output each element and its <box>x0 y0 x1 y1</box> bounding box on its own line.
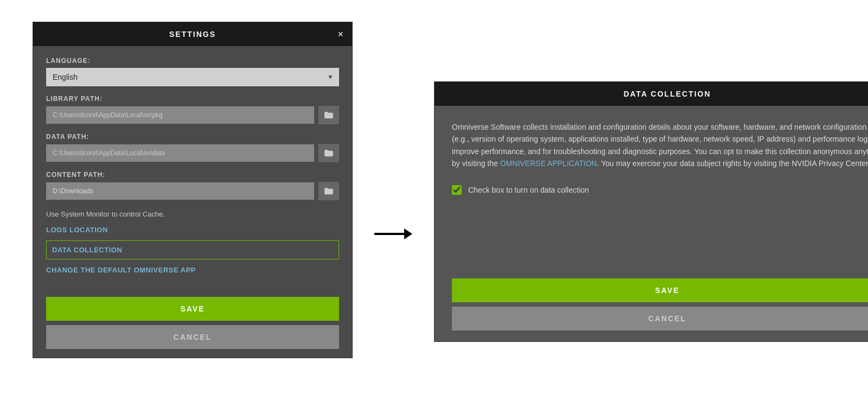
data-path-input[interactable] <box>46 144 314 162</box>
content-path-folder-button[interactable] <box>318 182 339 200</box>
settings-dialog: SETTINGS × LANGUAGE: English French Germ… <box>33 22 353 358</box>
data-path-label: DATA PATH: <box>46 133 339 141</box>
settings-header: SETTINGS × <box>33 22 352 46</box>
language-select[interactable]: English French German Spanish Japanese C… <box>46 68 339 86</box>
library-path-input[interactable] <box>46 106 314 124</box>
data-path-folder-button[interactable] <box>318 144 339 162</box>
change-default-app-link[interactable]: CHANGE THE DEFAULT OMNIVERSE APP <box>46 260 339 279</box>
settings-close-button[interactable]: × <box>337 29 343 39</box>
library-path-row <box>46 106 339 124</box>
logs-location-link[interactable]: LOGS LOCATION <box>46 220 339 239</box>
data-path-row <box>46 144 339 162</box>
data-collection-cancel-button[interactable]: CANCEL <box>452 307 868 331</box>
folder-icon <box>324 187 334 195</box>
settings-save-button[interactable]: SAVE <box>46 297 339 321</box>
dc-description-part2: . You may exercise your data subject rig… <box>597 159 868 168</box>
omniverse-application-link[interactable]: OMNIVERSE APPLICATION <box>500 159 597 168</box>
arrow-container <box>374 226 412 242</box>
data-collection-footer: SAVE CANCEL <box>435 272 868 341</box>
folder-icon <box>324 149 334 157</box>
data-collection-dialog: DATA COLLECTION × Omniverse Software col… <box>434 81 868 342</box>
content-path-label: CONTENT PATH: <box>46 171 339 179</box>
arrow-icon <box>374 226 412 242</box>
content-path-row <box>46 182 339 200</box>
library-path-folder-button[interactable] <box>318 106 339 124</box>
data-collection-checkbox-row: Check box to turn on data collection <box>452 185 868 195</box>
data-collection-save-button[interactable]: SAVE <box>452 278 868 302</box>
folder-icon <box>324 111 334 119</box>
svg-marker-1 <box>404 228 412 239</box>
data-collection-link[interactable]: DATA COLLECTION <box>46 240 339 259</box>
data-collection-title: DATA COLLECTION <box>623 90 711 98</box>
data-collection-header: DATA COLLECTION × <box>435 82 868 106</box>
content-path-input[interactable] <box>46 182 314 200</box>
settings-body: LANGUAGE: English French German Spanish … <box>33 46 352 290</box>
settings-title: SETTINGS <box>169 30 216 39</box>
data-collection-body: Omniverse Software collects installation… <box>435 106 868 272</box>
settings-cancel-button[interactable]: CANCEL <box>46 325 339 349</box>
library-path-label: LIBRARY PATH: <box>46 95 339 103</box>
language-label: LANGUAGE: <box>46 57 339 65</box>
data-collection-checkbox[interactable] <box>452 185 462 195</box>
settings-footer: SAVE CANCEL <box>33 290 352 358</box>
cache-note: Use System Monitor to control Cache. <box>46 210 339 218</box>
data-collection-checkbox-label: Check box to turn on data collection <box>468 186 589 194</box>
language-select-wrapper: English French German Spanish Japanese C… <box>46 68 339 86</box>
dc-description: Omniverse Software collects installation… <box>452 121 868 170</box>
